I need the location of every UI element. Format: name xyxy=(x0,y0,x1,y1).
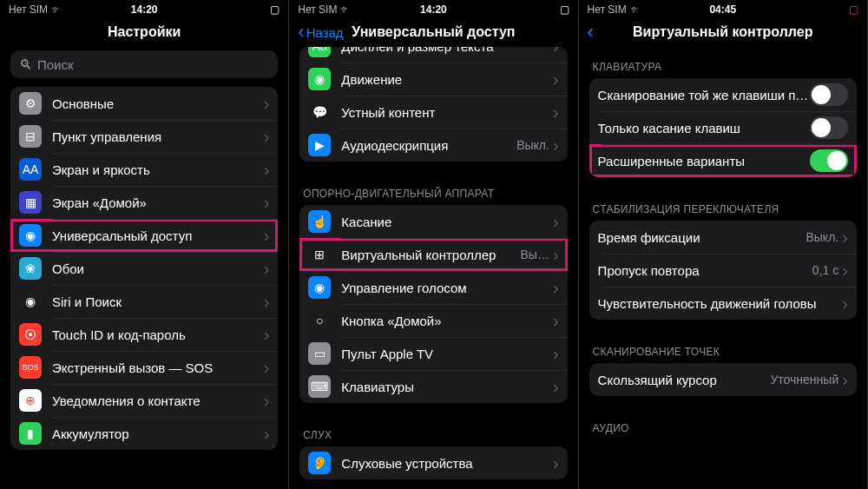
section-audio: Аудио xyxy=(579,408,867,439)
hearing-group: 👂Слуховые устройства› xyxy=(299,446,567,479)
toggle-switch[interactable] xyxy=(810,149,848,172)
list-row[interactable]: ◉Универсальный доступ› xyxy=(10,219,278,252)
row-label: Расширенные варианты xyxy=(598,154,810,169)
list-row[interactable]: ⌨Клавиатуры› xyxy=(299,370,567,403)
list-row[interactable]: ⊞Виртуальный контроллерВы…› xyxy=(299,238,567,271)
row-icon: ▮ xyxy=(19,422,42,445)
row-icon: 💬 xyxy=(308,101,331,123)
row-label: Уведомления о контакте xyxy=(52,393,264,408)
row-icon: ⦿ xyxy=(19,323,42,346)
screen-accessibility: Нет SIMᯤ 14:20 ▢ ‹Назад Универсальный до… xyxy=(289,0,578,489)
list-row[interactable]: AaДисплей и размер текста› xyxy=(299,47,567,63)
row-icon: ⊕ xyxy=(19,389,42,412)
row-label: Чувствительность движений головы xyxy=(598,296,843,311)
list-row[interactable]: AAЭкран и яркость› xyxy=(10,153,278,186)
time: 14:20 xyxy=(420,3,447,16)
row-icon: ☝ xyxy=(308,210,331,233)
nav-bar: ‹ Виртуальный контроллер xyxy=(579,17,867,47)
wifi-icon: ᯤ xyxy=(340,3,351,16)
section-scanpoints: Сканирование точек xyxy=(579,332,867,363)
vision-group: AaДисплей и размер текста›◉Движение›💬Уст… xyxy=(299,47,567,162)
carrier: Нет SIM xyxy=(588,3,627,16)
list-row[interactable]: ☝Касание› xyxy=(299,205,567,238)
carrier: Нет SIM xyxy=(9,3,48,16)
row-label: Кнопка «Домой» xyxy=(341,314,553,328)
list-row[interactable]: ○Кнопка «Домой»› xyxy=(299,304,567,337)
row-icon: 👂 xyxy=(308,452,331,474)
toggle-switch[interactable] xyxy=(810,83,848,106)
list-row[interactable]: Скользящий курсорУточненный› xyxy=(589,363,857,396)
row-icon: ⚙ xyxy=(19,92,42,115)
list-row[interactable]: ▮Аккумулятор› xyxy=(10,417,278,450)
page-title: Настройки xyxy=(108,24,181,40)
motor-group: ☝Касание›⊞Виртуальный контроллерВы…›◉Упр… xyxy=(299,205,567,403)
row-value: 0,1 с xyxy=(812,263,838,277)
list-row[interactable]: ❀Обои› xyxy=(10,252,278,285)
row-value: Вы… xyxy=(521,248,549,261)
row-icon: ▶ xyxy=(308,134,331,156)
toggle-switch[interactable] xyxy=(810,116,848,139)
row-label: Слуховые устройства xyxy=(341,456,553,471)
row-label: Виртуальный контроллер xyxy=(341,248,520,262)
list-row[interactable]: Чувствительность движений головы› xyxy=(589,287,857,320)
section-hearing: Слух xyxy=(289,415,577,446)
row-label: Экстренный вызов — SOS xyxy=(52,360,264,375)
status-bar: Нет SIMᯤ 04:45 ▢ xyxy=(579,0,867,17)
section-keyboard: Клавиатура xyxy=(579,47,867,78)
list-row[interactable]: Сканирование той же клавиши после касани… xyxy=(589,78,857,111)
row-label: Касание xyxy=(341,215,553,229)
row-value: Выкл. xyxy=(806,230,838,244)
row-label: Только касание клавиш xyxy=(598,121,810,135)
list-row[interactable]: ⊕Уведомления о контакте› xyxy=(10,384,278,417)
list-row[interactable]: Расширенные варианты xyxy=(589,144,857,177)
list-row[interactable]: ◉Движение› xyxy=(299,63,567,96)
carrier: Нет SIM xyxy=(298,3,337,16)
section-motor: Опорно-двигательный аппарат xyxy=(289,174,577,205)
row-icon: ◉ xyxy=(308,276,331,299)
row-label: Обои xyxy=(52,261,264,276)
time: 04:45 xyxy=(709,3,736,16)
nav-bar: Настройки xyxy=(0,17,288,47)
list-row[interactable]: 👂Слуховые устройства› xyxy=(299,446,567,479)
list-row[interactable]: ▶АудиодескрипцияВыкл.› xyxy=(299,129,567,162)
list-row[interactable]: ⦿Touch ID и код-пароль› xyxy=(10,318,278,351)
list-row[interactable]: Время фиксацииВыкл.› xyxy=(589,221,857,254)
row-label: Движение xyxy=(341,72,553,87)
time: 14:20 xyxy=(131,3,158,16)
row-icon: Aa xyxy=(308,47,331,57)
row-label: Универсальный доступ xyxy=(52,228,264,243)
row-icon: ⊞ xyxy=(308,243,331,266)
list-row[interactable]: ▭Пульт Apple TV› xyxy=(299,337,567,370)
wifi-icon: ᯤ xyxy=(51,3,62,16)
battery-icon: ▢ xyxy=(270,3,279,16)
list-row[interactable]: SOSЭкстренный вызов — SOS› xyxy=(10,351,278,384)
list-row[interactable]: ◉Siri и Поиск› xyxy=(10,285,278,318)
scanpoints-group: Скользящий курсорУточненный› xyxy=(589,363,857,396)
row-icon: ◉ xyxy=(19,290,42,313)
status-bar: Нет SIMᯤ 14:20 ▢ xyxy=(0,0,288,17)
list-row[interactable]: ◉Управление голосом› xyxy=(299,271,567,304)
row-label: Пульт Apple TV xyxy=(341,347,553,361)
screen-virtual-controller: Нет SIMᯤ 04:45 ▢ ‹ Виртуальный контролле… xyxy=(579,0,868,489)
search-input[interactable]: 🔍︎ Поиск xyxy=(10,50,278,78)
row-label: Пункт управления xyxy=(52,129,264,144)
row-label: Экран «Домой» xyxy=(52,195,264,210)
row-icon: ⌨ xyxy=(308,375,331,398)
row-label: Touch ID и код-пароль xyxy=(52,327,264,342)
row-label: Экран и яркость xyxy=(52,162,264,177)
list-row[interactable]: ⚙Основные› xyxy=(10,87,278,120)
list-row[interactable]: Пропуск повтора0,1 с› xyxy=(589,254,857,287)
battery-icon: ▢ xyxy=(560,3,569,16)
row-label: Устный контент xyxy=(341,105,553,120)
list-row[interactable]: 💬Устный контент› xyxy=(299,96,567,129)
row-label: Аккумулятор xyxy=(52,426,264,441)
row-label: Siri и Поиск xyxy=(52,294,264,309)
list-row[interactable]: ▦Экран «Домой»› xyxy=(10,186,278,219)
list-row[interactable]: ⊟Пункт управления› xyxy=(10,120,278,153)
screen-settings: Нет SIMᯤ 14:20 ▢ Настройки 🔍︎ Поиск ⚙Осн… xyxy=(0,0,289,489)
back-button[interactable]: ‹Назад xyxy=(298,25,343,40)
row-icon: ○ xyxy=(308,309,331,332)
list-row[interactable]: Только касание клавиш xyxy=(589,111,857,144)
page-title: Универсальный доступ xyxy=(352,24,515,40)
search-placeholder: Поиск xyxy=(37,57,74,72)
